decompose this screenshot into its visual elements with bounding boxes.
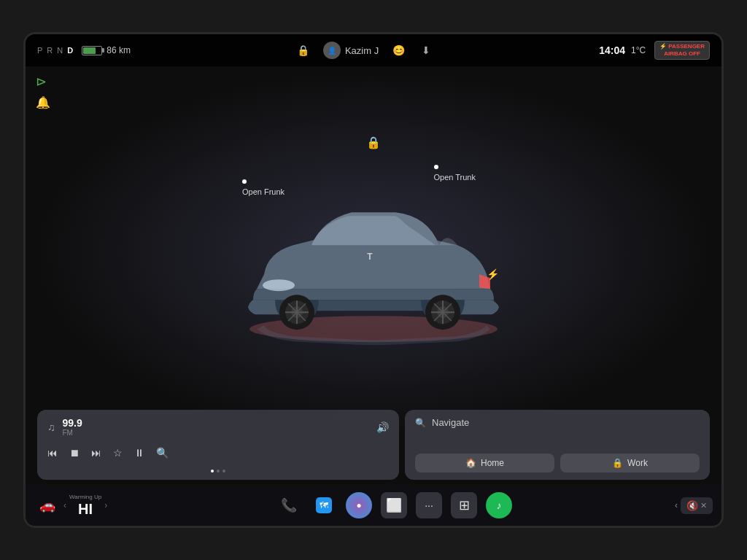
download-icon[interactable]: ⬇ <box>418 42 434 58</box>
smiley-icon[interactable]: 😊 <box>390 42 406 58</box>
tesla-screen: P R N D 86 km 🔒 👤 Kazim J 😊 ⬇ 14 <box>23 32 724 528</box>
top-right-section: 14:04 1°C ⚡ PASSENGERAIRBAG OFF <box>599 41 710 61</box>
bell-icon[interactable]: 🔔 <box>36 96 50 109</box>
prev-button[interactable]: ⏮ <box>47 447 58 459</box>
battery-indicator: 86 km <box>82 45 131 55</box>
media-controls: ⏮ ⏹ ⏭ ☆ ⏸ 🔍 <box>47 447 389 459</box>
gear-n[interactable]: N <box>57 46 63 55</box>
user-info[interactable]: 👤 Kazim J <box>323 42 379 59</box>
frunk-label[interactable]: Open Frunk <box>242 179 285 198</box>
media-panel: ♫ 99.9 FM 🔊 ⏮ ⏹ ⏭ ☆ ⏸ 🔍 <box>37 410 399 480</box>
maps-app-button[interactable]: 🗺 <box>311 492 337 518</box>
nav-search-bar[interactable]: 🔍 Navigate <box>415 417 700 428</box>
svg-text:🗺: 🗺 <box>320 500 328 510</box>
svg-text:⚡: ⚡ <box>487 268 500 281</box>
home-icon: 🏠 <box>465 458 476 468</box>
hi-temperature: HI <box>78 501 93 518</box>
circle-app-button[interactable]: ● <box>346 492 372 518</box>
left-indicators: ⊳ 🔔 <box>36 74 50 109</box>
lock-icon[interactable]: 🔒 <box>295 42 311 58</box>
warming-label: Warming Up <box>69 494 101 500</box>
taskbar: 🚗 ‹ Warming Up HI › 📞 🗺 ● ⬜ ··· ⊞ ♪ <box>26 485 721 526</box>
gear-d[interactable]: D <box>67 46 73 55</box>
top-left-section: P R N D 86 km <box>37 45 131 55</box>
dot-3 <box>222 470 225 472</box>
nav-search-icon: 🔍 <box>415 418 426 428</box>
dot-2 <box>217 470 220 472</box>
spotify-app-button[interactable]: ♪ <box>486 492 512 518</box>
grid-app-button[interactable]: ⊞ <box>451 492 477 518</box>
prev-arrow[interactable]: ‹ <box>63 500 66 510</box>
more-apps-button[interactable]: ··· <box>416 492 442 518</box>
time-temp: 14:04 1°C <box>599 44 646 56</box>
bottom-controls: ♫ 99.9 FM 🔊 ⏮ ⏹ ⏭ ☆ ⏸ 🔍 <box>26 405 721 485</box>
car-status-icon[interactable]: 🚗 <box>34 492 61 518</box>
battery-icon <box>82 46 102 55</box>
battery-level: 86 km <box>107 45 131 55</box>
work-icon: 🔒 <box>612 458 623 468</box>
car-lock-icon[interactable]: 🔒 <box>366 136 381 149</box>
home-destination-button[interactable]: 🏠 Home <box>415 454 554 472</box>
home-label: Home <box>481 458 504 468</box>
taskbar-left: 🚗 ‹ Warming Up HI › <box>34 492 107 518</box>
car-display-area: 🔒 <box>26 66 721 438</box>
gear-r[interactable]: R <box>47 46 53 55</box>
svg-text:T: T <box>367 252 373 262</box>
phone-app-button[interactable]: 📞 <box>276 492 302 518</box>
gear-p[interactable]: P <box>37 46 42 55</box>
work-destination-button[interactable]: 🔒 Work <box>560 454 700 472</box>
avatar: 👤 <box>323 42 341 59</box>
nav-destinations: 🏠 Home 🔒 Work <box>415 454 700 472</box>
next-arrow[interactable]: › <box>104 500 107 510</box>
screen-app-button[interactable]: ⬜ <box>381 492 407 518</box>
mute-icon: 🔇 <box>686 500 698 511</box>
frequency-info: 99.9 FM <box>63 417 82 437</box>
battery-fill <box>83 47 96 54</box>
car-container: 🔒 <box>184 136 563 369</box>
trunk-label[interactable]: Open Trunk <box>434 165 476 183</box>
music-note-icon: ♫ <box>47 421 55 433</box>
headlight-icon[interactable]: ⊳ <box>36 74 50 90</box>
car-image: T ⚡ <box>213 172 534 350</box>
gear-selector[interactable]: P R N D <box>37 46 73 55</box>
work-label: Work <box>627 458 648 468</box>
temperature: 1°C <box>631 45 646 55</box>
clock: 14:04 <box>599 44 625 56</box>
favorite-button[interactable]: ☆ <box>113 447 123 459</box>
navigation-panel: 🔍 Navigate 🏠 Home 🔒 Work <box>405 410 710 480</box>
volume-mute-button[interactable]: 🔇 ✕ <box>681 497 713 514</box>
maps-icon: 🗺 <box>316 497 332 513</box>
volume-controls: ‹ 🔇 ✕ <box>675 497 713 514</box>
volume-indicator-icon[interactable]: 🔊 <box>376 421 389 433</box>
airbag-badge: ⚡ PASSENGERAIRBAG OFF <box>654 41 710 61</box>
top-center-section: 🔒 👤 Kazim J 😊 ⬇ <box>295 42 434 59</box>
frequency-number: 99.9 <box>63 417 82 429</box>
taskbar-right: ‹ 🔇 ✕ <box>675 497 713 514</box>
taskbar-apps: 📞 🗺 ● ⬜ ··· ⊞ ♪ <box>116 492 672 518</box>
next-button[interactable]: ⏭ <box>91 447 101 459</box>
volume-left-arrow[interactable]: ‹ <box>675 500 678 510</box>
dot-1 <box>211 470 214 472</box>
car-svg: T ⚡ <box>213 172 534 347</box>
equalizer-button[interactable]: ⏸ <box>134 447 144 459</box>
user-name: Kazim J <box>345 45 379 56</box>
media-page-dots <box>47 470 389 472</box>
media-top: ♫ 99.9 FM 🔊 <box>47 417 389 437</box>
stop-button[interactable]: ⏹ <box>69 447 80 459</box>
svg-point-1 <box>263 279 295 291</box>
nav-search-label[interactable]: Navigate <box>432 417 469 428</box>
frequency-type: FM <box>63 429 82 437</box>
top-status-bar: P R N D 86 km 🔒 👤 Kazim J 😊 ⬇ 14 <box>26 34 721 66</box>
media-freq-area: ♫ 99.9 FM <box>47 417 82 437</box>
close-volume-icon[interactable]: ✕ <box>700 501 707 510</box>
search-media-button[interactable]: 🔍 <box>156 447 169 459</box>
temperature-display: Warming Up HI <box>69 494 101 518</box>
